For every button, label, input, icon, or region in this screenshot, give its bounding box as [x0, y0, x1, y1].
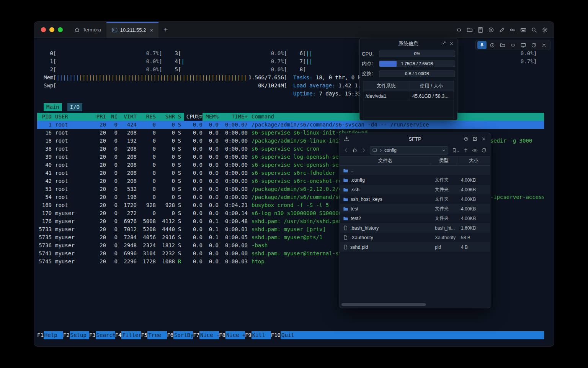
parent-directory-icon[interactable] [463, 148, 469, 153]
column-ni[interactable]: NI [106, 113, 118, 121]
function-key[interactable]: F1Help [37, 331, 63, 339]
app-window: Termora 10.211.55.2 × + [34, 21, 554, 347]
function-key[interactable]: F4Filter [115, 331, 141, 339]
folder-icon[interactable] [498, 41, 507, 49]
column-user[interactable]: USER [52, 113, 88, 121]
chevron-right-icon [379, 149, 382, 152]
column-time[interactable]: TIME+ [219, 113, 248, 121]
new-tab-button[interactable]: + [158, 22, 173, 38]
column-filesize[interactable]: 大小 [457, 156, 490, 165]
column-pri[interactable]: PRI [88, 113, 106, 121]
column-mem[interactable]: MEM% [203, 113, 219, 121]
file-row[interactable]: .bash_history bash_hi... 1.60KB [340, 223, 490, 233]
tab-home[interactable]: Termora [69, 22, 106, 38]
search-icon[interactable] [531, 27, 537, 33]
close-icon[interactable] [481, 136, 486, 141]
external-link-icon[interactable] [472, 136, 477, 141]
cpu-meter: 0[0.7%] [44, 49, 162, 58]
keyboard-icon[interactable] [520, 27, 526, 33]
show-hidden-files-icon[interactable] [472, 148, 478, 153]
column-shr[interactable]: SHR [156, 113, 175, 121]
cpu-meter: 5[0.0%] [168, 66, 287, 74]
column-cpu-sorted[interactable]: CPU%▽ [184, 113, 203, 121]
function-key[interactable]: F2Setup [63, 331, 89, 339]
column-usage: 使用 / 大小 [409, 81, 454, 91]
uptime-row: Uptime: 7 days, 15:33:17 [37, 90, 544, 98]
help-icon[interactable] [464, 136, 469, 141]
file-row[interactable]: .Xauthority Xauthority 58 B [340, 233, 490, 242]
file-row[interactable]: .config 文件夹 4.00KB [340, 175, 490, 185]
refresh-icon[interactable] [529, 41, 538, 49]
terminal-icon [112, 27, 118, 33]
key-icon[interactable] [510, 27, 516, 33]
system-info-titlebar[interactable]: 系统信息 [360, 38, 457, 49]
home-icon [74, 27, 80, 33]
edit-icon[interactable] [499, 27, 505, 33]
close-window-button[interactable] [41, 27, 46, 32]
sort-indicator-icon: ▽ [199, 113, 203, 120]
pin-icon[interactable] [477, 41, 487, 49]
close-tab-icon[interactable]: × [150, 27, 153, 33]
close-icon[interactable] [539, 41, 549, 49]
file-icon [343, 225, 348, 230]
horizontal-scrollbar[interactable] [341, 303, 488, 306]
path-breadcrumb[interactable]: config [370, 146, 448, 154]
file-row[interactable]: test 文件夹 4.00KB [340, 204, 490, 214]
file-row[interactable]: sshd.pid pid 4 B [340, 242, 490, 252]
column-virt[interactable]: VIRT [118, 113, 137, 121]
swap-usage-text: 0K/1024M [258, 82, 284, 90]
cpu-meter: 1[0.0%] [44, 58, 162, 66]
process-table-header: PID USER PRI NI VIRT RES SHR S CPU%▽ MEM… [37, 113, 544, 121]
memory-meter: Mem[||||||||||||||||||||||||||||||||||||… [44, 74, 287, 82]
system-info-title: 系统信息 [399, 40, 418, 47]
external-link-icon[interactable] [441, 41, 446, 46]
code-icon[interactable] [456, 27, 462, 33]
log-icon[interactable] [477, 27, 483, 33]
folder-icon[interactable] [467, 27, 473, 33]
function-key[interactable]: F5Tree [141, 331, 167, 339]
filesystem-row[interactable]: /dev/vda1 45.61GB / 58.3... [363, 91, 454, 101]
function-key[interactable]: F3Search [89, 331, 115, 339]
column-state[interactable]: S [175, 113, 184, 121]
file-row[interactable]: test2 文件夹 4.00KB [340, 214, 490, 223]
function-key[interactable]: F10Quit [271, 331, 300, 339]
file-row[interactable]: ssh_host_keys 文件夹 4.00KB [340, 194, 490, 204]
function-key[interactable]: F6SortBy [167, 331, 193, 339]
swap-progressbar: 0 B / 1.00GB [379, 71, 455, 77]
file-icon [343, 235, 348, 240]
settings-icon[interactable] [542, 27, 548, 33]
minimize-window-button[interactable] [49, 27, 54, 32]
tab-session[interactable]: 10.211.55.2 × [106, 22, 158, 38]
chevron-down-icon[interactable] [442, 148, 446, 152]
home-icon[interactable] [352, 148, 358, 153]
sftp-titlebar[interactable]: SFTP [340, 133, 490, 145]
code-icon[interactable] [508, 41, 518, 49]
close-icon[interactable] [449, 41, 454, 46]
function-key[interactable]: F7Nice - [193, 331, 219, 339]
zoom-window-button[interactable] [58, 27, 63, 32]
info-icon[interactable] [488, 41, 497, 49]
folder-icon [343, 187, 348, 192]
htop-tab-bar: Main I/O [37, 103, 544, 111]
htop-tab-io[interactable]: I/O [67, 103, 82, 111]
column-filetype[interactable]: 类型 [431, 156, 457, 165]
back-icon[interactable] [343, 148, 349, 153]
function-key[interactable]: F9Kill [245, 331, 271, 339]
file-row[interactable]: .. [340, 166, 490, 175]
column-filename[interactable]: 文件名 [340, 156, 431, 165]
cpu-label: CPU: [362, 51, 379, 57]
filesystem-table-header: 文件系统 使用 / 大小 [363, 81, 454, 91]
column-res[interactable]: RES [137, 113, 156, 121]
monitor-icon[interactable] [519, 41, 528, 49]
file-row[interactable]: .ssh 文件夹 4.00KB [340, 185, 490, 194]
record-icon[interactable] [488, 27, 494, 33]
forward-icon[interactable] [361, 148, 366, 153]
scrollbar-thumb[interactable] [341, 303, 426, 306]
column-pid[interactable]: PID [37, 113, 52, 121]
function-key[interactable]: F8Nice + [219, 331, 245, 339]
htop-tab-main[interactable]: Main [44, 103, 62, 111]
bookmark-icon[interactable] [452, 148, 460, 153]
refresh-icon[interactable] [481, 148, 487, 153]
folder-icon [343, 216, 348, 221]
process-row[interactable]: 1 root 20 0 424 0 0 S 0.0 0.0 0:00.07 /p… [37, 121, 544, 129]
